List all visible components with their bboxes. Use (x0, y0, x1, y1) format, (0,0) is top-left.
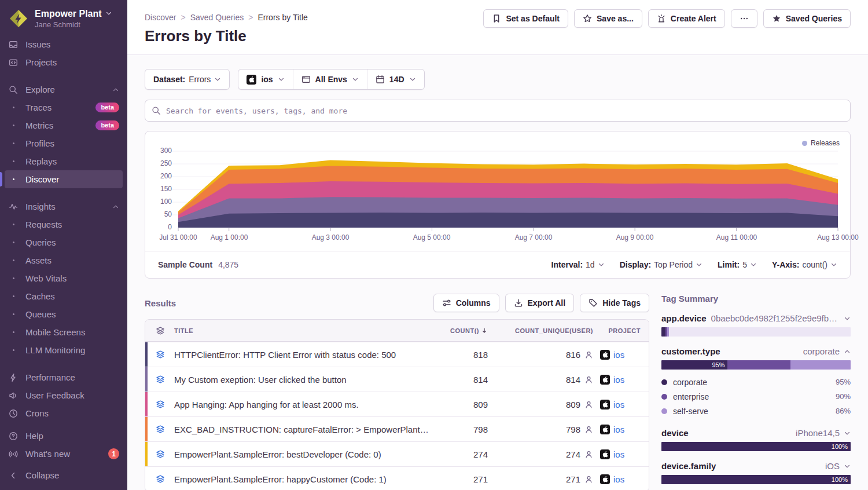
sidebar-item-mobile-screens[interactable]: Mobile Screens (5, 323, 123, 341)
apple-icon (600, 400, 610, 409)
project-link[interactable]: ios (613, 400, 624, 409)
sidebar-item-discover[interactable]: Discover (5, 170, 123, 188)
column-header-count-unique[interactable]: COUNT_UNIQUE(USER) (495, 327, 593, 334)
releases-legend-label: Releases (811, 139, 840, 147)
tag-section-app-device: app.device0baebc0de4982f1255f2e9e9fb7… (661, 313, 851, 337)
sidebar-item-what-s-new[interactable]: What's new1 (5, 445, 123, 463)
column-header-project[interactable]: PROJECT (600, 327, 641, 334)
error-title[interactable]: HTTPClientError: HTTP Client Error with … (174, 350, 429, 360)
project-link[interactable]: ios (613, 474, 624, 484)
layers-icon[interactable] (156, 449, 167, 459)
interval-selector[interactable]: Interval:1d (551, 260, 605, 269)
dataset-label: Dataset: (153, 75, 185, 84)
column-header-title[interactable]: TITLE (174, 327, 429, 334)
sidebar-item-caches[interactable]: Caches (5, 287, 123, 305)
tag-distribution-bar[interactable]: 100% (661, 475, 851, 484)
sidebar-item-queues[interactable]: Queues (5, 305, 123, 323)
sidebar-item-requests[interactable]: Requests (5, 215, 123, 233)
sidebar-item-label: Metrics (25, 120, 95, 130)
sidebar-item-assets[interactable]: Assets (5, 251, 123, 269)
layers-icon[interactable] (156, 474, 167, 484)
chevron-down-icon[interactable] (844, 430, 851, 437)
sidebar-item-crons[interactable]: Crons (5, 404, 123, 422)
y-axis-selector[interactable]: Y-Axis:count() (772, 260, 837, 269)
sidebar-item-profiles[interactable]: Profiles (5, 134, 123, 152)
dataset-selector[interactable]: Dataset: Errors (145, 69, 230, 90)
set-as-default-button[interactable]: Set as Default (483, 9, 568, 28)
sidebar-nav: IssuesProjectsExploreTracesbetaMetricsbe… (0, 35, 127, 463)
export-all-button[interactable]: Export All (505, 294, 575, 312)
error-title[interactable]: EXC_BAD_INSTRUCTION: captureFatalError: … (174, 425, 429, 434)
more-options-button[interactable] (731, 9, 757, 28)
chevron-down-icon (105, 8, 112, 20)
tag-top-value: iPhone14,5 (693, 428, 840, 438)
project-filter[interactable]: ios (238, 70, 292, 89)
page-header: Discover > Saved Queries > Errors by Tit… (127, 0, 868, 55)
project-link[interactable]: ios (613, 350, 624, 360)
sidebar-item-insights[interactable]: Insights (5, 198, 123, 215)
sidebar-item-user-feedback[interactable]: User Feedback (5, 386, 123, 404)
chart-legend[interactable]: Releases (802, 139, 840, 147)
breadcrumb-discover[interactable]: Discover (145, 13, 176, 22)
chevron-down-icon[interactable] (844, 463, 851, 470)
chevron-up-icon[interactable] (844, 348, 851, 355)
sidebar-item-metrics[interactable]: Metricsbeta (5, 116, 123, 134)
table-header-row: TITLECOUNT()COUNT_UNIQUE(USER)PROJECT (145, 320, 649, 342)
date-range-value: 14D (389, 75, 404, 84)
search-input[interactable] (145, 100, 851, 122)
tag-distribution-bar[interactable]: 100% (661, 442, 851, 451)
date-range-filter[interactable]: 14D (367, 70, 424, 89)
hide-tags-button[interactable]: Hide Tags (580, 294, 649, 312)
error-title[interactable]: App Hanging: App hanging for at least 20… (174, 400, 429, 409)
project-link[interactable]: ios (613, 375, 624, 385)
sidebar-item-llm-monitoring[interactable]: LLM Monitoring (5, 341, 123, 359)
error-title[interactable]: My Custom exeption: User clicked the but… (174, 375, 429, 385)
sidebar-item-explore[interactable]: Explore (5, 81, 123, 98)
user-icon (584, 350, 593, 359)
bullet-dot-icon (8, 295, 19, 297)
sidebar-item-issues[interactable]: Issues (5, 35, 123, 53)
chevron-up-icon[interactable] (112, 86, 119, 93)
layers-icon[interactable] (156, 400, 167, 409)
x-axis-tick-label: Aug 13 00:00 (817, 233, 858, 242)
table-row: HTTPClientError: HTTP Client Error with … (145, 342, 649, 367)
tag-distribution-bar[interactable] (661, 327, 851, 337)
apple-icon (600, 474, 610, 484)
column-header-count[interactable]: COUNT() (436, 327, 488, 334)
sidebar-item-projects[interactable]: Projects (5, 53, 123, 71)
tag-distribution-bar[interactable]: 95% (661, 360, 851, 370)
y-axis-tick-label: 200 (145, 172, 172, 180)
error-title[interactable]: EmpowerPlant.SampleError: happyCustomer … (174, 474, 429, 484)
environment-filter[interactable]: All Envs (293, 70, 367, 89)
tag-legend-row[interactable]: corporate95% (661, 375, 851, 389)
tag-legend-row[interactable]: enterprise90% (661, 389, 851, 404)
tag-bar-segment: 95% (661, 360, 727, 370)
count-unique-value: 271 (495, 474, 593, 484)
project-link[interactable]: ios (613, 449, 624, 459)
sidebar-collapse-button[interactable]: Collapse (5, 466, 123, 484)
display-selector[interactable]: Display:Top Period (620, 260, 703, 269)
sidebar-item-web-vitals[interactable]: Web Vitals (5, 269, 123, 287)
sidebar-item-queries[interactable]: Queries (5, 233, 123, 251)
layers-icon[interactable] (156, 375, 167, 384)
sidebar-item-help[interactable]: Help (5, 427, 123, 445)
apple-icon (600, 350, 610, 360)
saved-queries-button[interactable]: Saved Queries (763, 9, 851, 28)
sidebar-item-traces[interactable]: Tracesbeta (5, 98, 123, 116)
chevron-down-icon[interactable] (844, 315, 851, 322)
layers-icon[interactable] (156, 350, 167, 359)
breadcrumb-saved-queries[interactable]: Saved Queries (190, 13, 244, 22)
org-switcher[interactable]: Empower Plant Jane Schmidt (0, 0, 127, 35)
create-alert-button[interactable]: Create Alert (648, 9, 725, 28)
chart-card: 050100150200250300 Jul 31 00:00Aug 1 00:… (145, 131, 851, 279)
project-link[interactable]: ios (613, 425, 624, 434)
limit-selector[interactable]: Limit:5 (718, 260, 757, 269)
layers-icon[interactable] (156, 425, 167, 434)
sidebar-item-performance[interactable]: Performance (5, 368, 123, 386)
chevron-up-icon[interactable] (112, 203, 119, 210)
sidebar-item-replays[interactable]: Replays (5, 152, 123, 170)
save-as-button[interactable]: Save as... (574, 9, 642, 28)
tag-legend-row[interactable]: self-serve86% (661, 404, 851, 418)
columns-button[interactable]: Columns (433, 294, 499, 312)
error-title[interactable]: EmpowerPlant.SampleError: bestDeveloper … (174, 449, 429, 459)
